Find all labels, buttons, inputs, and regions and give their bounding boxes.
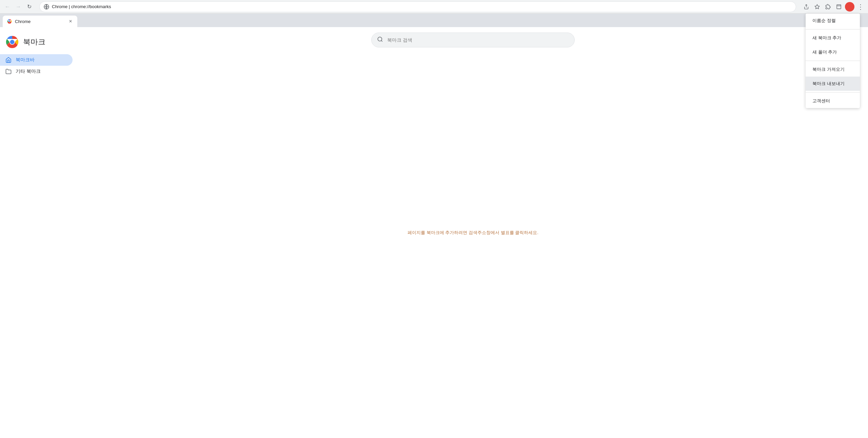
dropdown-divider-3 bbox=[806, 92, 860, 92]
forward-button[interactable]: → bbox=[14, 2, 23, 12]
svg-line-12 bbox=[381, 40, 382, 41]
dropdown-item-import-bookmarks[interactable]: 북마크 가져오기 bbox=[806, 62, 860, 77]
search-input[interactable] bbox=[387, 37, 569, 43]
tab-bar: Chrome ✕ bbox=[0, 14, 868, 27]
dropdown-item-help[interactable]: 고객센터 bbox=[806, 94, 860, 108]
reload-button[interactable]: ↻ bbox=[24, 2, 34, 12]
dropdown-item-sort-by-name[interactable]: 이름순 정렬 bbox=[806, 14, 860, 28]
sidebar-item-bookmarks-bar[interactable]: 북마크바 bbox=[0, 54, 73, 66]
browser-titlebar: ← → ↻ Chrome | chrome://bookmarks bbox=[0, 0, 868, 14]
back-button[interactable]: ← bbox=[3, 2, 12, 12]
url-text: Chrome | chrome://bookmarks bbox=[52, 4, 792, 9]
folder-bookmark-icon bbox=[5, 57, 12, 63]
empty-state-message: 페이지를 북마크에 추가하려면 검색주소창에서 별표를 클릭하세요. bbox=[408, 230, 538, 236]
share-button[interactable] bbox=[802, 2, 811, 12]
chrome-logo-icon bbox=[5, 35, 19, 49]
tab-close-button[interactable]: ✕ bbox=[68, 19, 73, 24]
svg-point-7 bbox=[9, 21, 10, 22]
search-icon bbox=[377, 36, 383, 44]
sidebar-item-bookmarks-bar-label: 북마크바 bbox=[16, 57, 35, 63]
search-bar[interactable] bbox=[371, 33, 575, 47]
dropdown-item-add-folder[interactable]: 새 폴더 추가 bbox=[806, 45, 860, 59]
dropdown-item-export-bookmarks[interactable]: 북마크 내보내기 bbox=[806, 77, 860, 91]
bookmark-star-button[interactable] bbox=[812, 2, 822, 12]
dropdown-divider-1 bbox=[806, 29, 860, 29]
sidebar-item-other-bookmarks[interactable]: 기타 북마크 bbox=[0, 66, 73, 77]
folder-icon bbox=[5, 68, 12, 75]
page-content: 북마크 북마크바 기타 북마크 bbox=[0, 27, 868, 438]
tab-favicon bbox=[7, 19, 12, 24]
address-bar[interactable]: Chrome | chrome://bookmarks bbox=[39, 1, 796, 12]
main-content: 페이지를 북마크에 추가하려면 검색주소창에서 별표를 클릭하세요. bbox=[78, 27, 868, 438]
page-title: 북마크 bbox=[23, 37, 45, 47]
svg-marker-2 bbox=[815, 4, 819, 9]
page-header: 북마크 bbox=[0, 33, 78, 54]
active-tab[interactable]: Chrome ✕ bbox=[3, 16, 77, 27]
nav-buttons: ← → ↻ bbox=[3, 2, 34, 12]
site-icon bbox=[44, 4, 49, 9]
toolbar-right: ⋮ bbox=[802, 2, 865, 12]
menu-button[interactable]: ⋮ bbox=[856, 2, 865, 12]
dropdown-divider-2 bbox=[806, 61, 860, 61]
extensions-button[interactable] bbox=[823, 2, 833, 12]
window-button[interactable] bbox=[834, 2, 844, 12]
dropdown-menu: 이름순 정렬 새 북마크 추가 새 폴더 추가 북마크 가져오기 북마크 내보내… bbox=[806, 14, 860, 108]
svg-rect-3 bbox=[837, 5, 841, 9]
sidebar-item-other-bookmarks-label: 기타 북마크 bbox=[16, 68, 41, 75]
profile-avatar[interactable] bbox=[845, 2, 854, 12]
dropdown-item-add-bookmark[interactable]: 새 북마크 추가 bbox=[806, 31, 860, 45]
svg-point-10 bbox=[10, 40, 15, 44]
tab-title: Chrome bbox=[15, 19, 65, 24]
svg-point-11 bbox=[378, 37, 382, 41]
search-bar-wrap bbox=[371, 33, 575, 47]
sidebar: 북마크 북마크바 기타 북마크 bbox=[0, 27, 78, 438]
